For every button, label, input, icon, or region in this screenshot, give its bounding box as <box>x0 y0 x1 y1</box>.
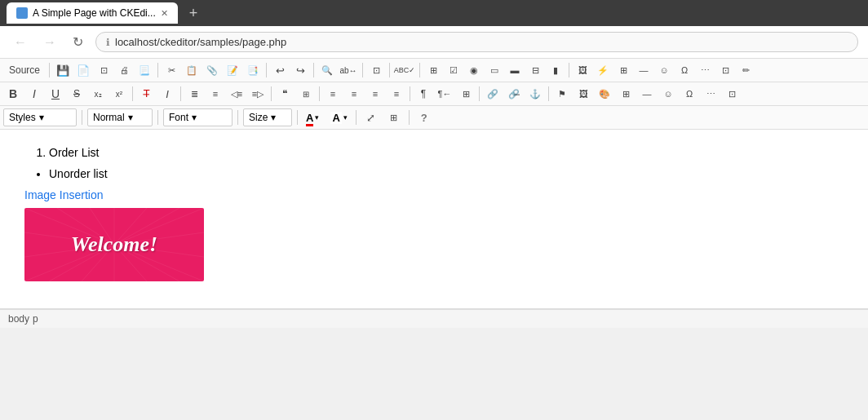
bidi-ltr-button[interactable]: ¶← <box>435 85 454 103</box>
address-bar[interactable]: ℹ localhost/ckeditor/samples/page.php <box>95 32 858 52</box>
print-button[interactable]: 🖨 <box>114 61 134 79</box>
template-button[interactable]: ⊡ <box>94 61 113 79</box>
editor-statusbar: body p <box>0 309 868 328</box>
italic-button[interactable]: I <box>24 85 44 103</box>
copy-button[interactable]: 📋 <box>182 61 202 79</box>
size-select[interactable]: Size ▾ <box>243 108 292 126</box>
iframe-btn[interactable]: ⊡ <box>715 61 735 79</box>
styles-arrow-icon: ▾ <box>39 112 44 123</box>
table2-button[interactable]: ⊞ <box>616 85 636 103</box>
styles-toolbar: Styles ▾ Normal ▾ Font ▾ Size ▾ A ▾ A <box>0 106 868 130</box>
button-field-btn[interactable]: ▮ <box>546 61 565 79</box>
underline-button[interactable]: U <box>46 85 65 103</box>
special-char-btn[interactable]: Ω <box>675 61 694 79</box>
font-arrow-icon: ▾ <box>192 112 197 123</box>
paste-button[interactable]: 📎 <box>202 61 222 79</box>
font-color-button[interactable]: A ▾ <box>303 108 322 126</box>
blockquote-button[interactable]: ❝ <box>275 85 294 103</box>
ordered-list-button[interactable]: ≣ <box>184 85 204 103</box>
page-break-btn[interactable]: ⋯ <box>695 61 715 79</box>
new-doc-button[interactable]: 📄 <box>73 61 93 79</box>
radio-btn[interactable]: ◉ <box>464 61 484 79</box>
doc-props-button[interactable]: 📃 <box>135 61 154 79</box>
smiley-btn[interactable]: ☺ <box>654 61 674 79</box>
insert-table-btn[interactable]: ⊞ <box>423 61 443 79</box>
strikethrough-button[interactable]: S <box>67 85 86 103</box>
toolbar-sep-1 <box>49 63 50 77</box>
indent-less-button[interactable]: ◁≡ <box>227 85 246 103</box>
maximize-button[interactable]: ⤢ <box>361 108 381 126</box>
editor-content[interactable]: Order List Unorder list Image Insertion <box>0 130 868 309</box>
replace-button[interactable]: ab↔ <box>338 61 359 79</box>
flash-btn[interactable]: ⚡ <box>593 61 613 79</box>
tab-close-button[interactable]: ✕ <box>161 8 168 19</box>
new-tab-button[interactable]: + <box>184 3 203 24</box>
styles-sep-5 <box>356 110 356 125</box>
textfield-btn[interactable]: ▭ <box>485 61 504 79</box>
styles-sep-1 <box>82 110 82 125</box>
find-button[interactable]: 🔍 <box>317 61 337 79</box>
align-left-button[interactable]: ≡ <box>323 85 343 103</box>
format-sep-2 <box>180 86 181 101</box>
flag-button[interactable]: ⚑ <box>552 85 572 103</box>
italic2-button[interactable]: I <box>157 85 177 103</box>
create-div-button[interactable]: ⊞ <box>296 85 316 103</box>
align-center-button[interactable]: ≡ <box>344 85 364 103</box>
paragraph-button[interactable]: ¶ <box>414 85 433 103</box>
save-button[interactable]: 💾 <box>53 61 73 79</box>
link-button[interactable]: 🔗 <box>483 85 503 103</box>
image-btn[interactable]: 🖼 <box>573 61 592 79</box>
maximize-btn2[interactable]: ✏ <box>736 61 755 79</box>
spellcheck-button[interactable]: ABC✓ <box>393 61 416 79</box>
image-insertion-link[interactable]: Image Insertion <box>24 188 844 201</box>
undo-button[interactable]: ↩ <box>270 61 290 79</box>
align-right-button[interactable]: ≡ <box>365 85 385 103</box>
insert-image-button[interactable]: 🖼 <box>574 85 593 103</box>
anchor-button[interactable]: ⚓ <box>525 85 545 103</box>
superscript-button[interactable]: x² <box>109 85 129 103</box>
toolbar-sep-7 <box>419 63 420 77</box>
color-button[interactable]: 🎨 <box>595 85 614 103</box>
unordered-list-button[interactable]: ≡ <box>206 85 225 103</box>
paste-word-button[interactable]: 📑 <box>243 61 263 79</box>
bold-button[interactable]: B <box>3 85 23 103</box>
smiley2-button[interactable]: ☺ <box>658 85 678 103</box>
font-select[interactable]: Font ▾ <box>163 108 232 126</box>
table-btn[interactable]: ⊞ <box>613 61 633 79</box>
reload-button[interactable]: ↻ <box>69 33 87 51</box>
iframe2-button[interactable]: ⊡ <box>722 85 742 103</box>
help-button[interactable]: ? <box>414 108 434 126</box>
styles-sep-6 <box>409 110 410 125</box>
forward-button[interactable]: → <box>39 33 60 51</box>
source-label: Source <box>9 64 40 76</box>
horiz-rule-btn[interactable]: — <box>634 61 653 79</box>
tab-favicon-icon <box>16 7 28 19</box>
browser-tab[interactable]: A Simple Page with CKEdi... ✕ <box>7 2 178 24</box>
source-button[interactable]: Source <box>3 61 46 79</box>
address-text: localhost/ckeditor/samples/page.php <box>115 36 286 48</box>
horiz-rule2-button[interactable]: — <box>637 85 657 103</box>
select-all-button[interactable]: ⊡ <box>366 61 386 79</box>
bg-color-button[interactable]: A ▾ <box>327 108 350 126</box>
back-button[interactable]: ← <box>10 33 31 51</box>
redo-button[interactable]: ↪ <box>290 61 310 79</box>
format-select[interactable]: Normal ▾ <box>87 108 153 126</box>
show-blocks-button[interactable]: ⊞ <box>384 108 404 126</box>
select-field-btn[interactable]: ⊟ <box>525 61 545 79</box>
cut-button[interactable]: ✂ <box>162 61 181 79</box>
textarea-btn[interactable]: ▬ <box>505 61 525 79</box>
language-button[interactable]: ⊞ <box>456 85 476 103</box>
unlink-button[interactable]: 🔗̶ <box>504 85 524 103</box>
page-break2-button[interactable]: ⋯ <box>701 85 720 103</box>
ordered-list-item: Order List <box>49 146 844 159</box>
special-char2-button[interactable]: Ω <box>680 85 699 103</box>
styles-select[interactable]: Styles ▾ <box>3 108 77 126</box>
checkbox-btn[interactable]: ☑ <box>444 61 463 79</box>
paste-text-button[interactable]: 📝 <box>223 61 242 79</box>
justify-button[interactable]: ≡ <box>387 85 406 103</box>
remove-format-button[interactable]: T̶ <box>136 85 156 103</box>
toolbar-sep-4 <box>313 63 314 77</box>
toolbar-sep-2 <box>157 63 158 77</box>
indent-more-button[interactable]: ≡▷ <box>248 85 268 103</box>
subscript-button[interactable]: x₂ <box>88 85 108 103</box>
